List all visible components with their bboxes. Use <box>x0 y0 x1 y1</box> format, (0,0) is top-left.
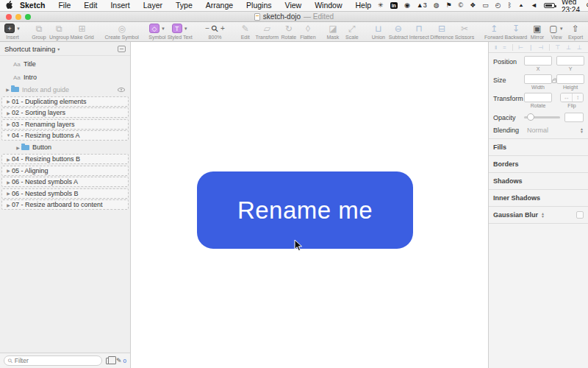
tool-create-symbol-button[interactable]: ◎Create Symbol <box>104 23 139 40</box>
distribute-horizontal-icon[interactable]: ‖ <box>495 44 497 51</box>
blending-select[interactable]: Normal <box>524 127 580 134</box>
flip-vertical-icon[interactable]: ↕ <box>572 93 583 102</box>
filter-input[interactable] <box>15 357 98 364</box>
distribute-vertical-icon[interactable]: = <box>503 44 506 51</box>
size-height-input[interactable] <box>556 74 584 84</box>
section-inner-shadows[interactable]: Inner Shadows <box>489 190 588 207</box>
tool-export-button[interactable]: ⇧Export <box>566 23 585 40</box>
tool-subtract-button[interactable]: ⊖Subtract <box>388 23 409 40</box>
tool-union-button[interactable]: ⊔Union <box>369 23 388 40</box>
apple-menu-icon[interactable] <box>6 1 13 11</box>
section-gaussian-blur[interactable]: Gaussian Blur▲▼ <box>489 207 588 224</box>
tool-view-button[interactable]: ▢▼View <box>547 23 566 40</box>
layer-row-intro[interactable]: AaIntro <box>1 71 129 84</box>
tool-mask-button[interactable]: ◪Mask <box>323 23 343 40</box>
tool-mirror-button[interactable]: ▣Mirror <box>528 23 547 40</box>
disclosure-triangle-icon[interactable]: ▶ <box>15 145 21 150</box>
linkedin-icon[interactable]: in <box>390 2 398 9</box>
layer-row-05-aligning[interactable]: ▶05 - Aligning <box>1 166 129 176</box>
align-left-icon[interactable]: ⊢ <box>518 44 523 51</box>
zoom-window-button[interactable] <box>25 14 31 20</box>
menu-help[interactable]: Help <box>349 0 379 11</box>
rotate-input[interactable] <box>524 93 552 102</box>
layer-row-03-renaming-layers[interactable]: ▶03 - Renaming layers <box>1 119 129 130</box>
align-middle-icon[interactable]: ⊥ <box>566 44 571 51</box>
close-window-button[interactable] <box>6 14 12 20</box>
tool-scale-button[interactable]: ⤢Scale <box>343 23 362 40</box>
menu-insert[interactable]: Insert <box>104 0 136 11</box>
disclosure-triangle-icon[interactable]: ▼ <box>5 133 12 138</box>
tool-transform-button[interactable]: ▱Transform <box>255 23 279 40</box>
menu-layer[interactable]: Layer <box>137 0 169 11</box>
disclosure-triangle-icon[interactable]: ▶ <box>5 157 12 162</box>
tool-group-button[interactable]: ⧉Group <box>29 23 49 40</box>
size-width-input[interactable] <box>524 74 552 84</box>
blending-stepper[interactable]: ▲▼ <box>580 127 584 133</box>
align-center-h-icon[interactable]: ∣ <box>529 44 532 51</box>
menu-sketch[interactable]: Sketch <box>13 0 51 11</box>
tool-symbol-button[interactable]: ◇▼Symbol <box>148 23 167 40</box>
menu-view[interactable]: View <box>279 0 309 11</box>
canvas-button-shape[interactable]: Rename me <box>197 171 413 249</box>
tool-intersect-button[interactable]: ⊓Intersect <box>409 23 430 40</box>
tool-insert-button[interactable]: +▼Insert <box>3 23 22 40</box>
layer-row-04-resizing-buttons-b[interactable]: ▶04 - Resizing buttons B <box>1 154 129 164</box>
align-right-icon[interactable]: ⊣ <box>538 44 543 51</box>
align-top-icon[interactable]: ⊤ <box>556 44 561 51</box>
display-icon[interactable]: ▭ <box>482 0 489 11</box>
tool-scissors-button[interactable]: ✂Scissors <box>454 23 475 40</box>
flower-icon[interactable]: ✳ <box>378 0 384 11</box>
battery-icon[interactable] <box>544 3 555 8</box>
layer-row-title[interactable]: AaTitle <box>1 57 129 71</box>
draft-count[interactable]: ✎ 0 <box>116 357 126 364</box>
volume-icon[interactable]: ◄ <box>531 0 537 11</box>
tool-difference-button[interactable]: ⊟Difference <box>430 23 454 40</box>
tool-rotate-button[interactable]: ↻Rotate <box>279 23 298 40</box>
dropbox-icon[interactable]: ❖ <box>470 0 476 11</box>
eye-visibility-icon[interactable] <box>118 88 125 92</box>
time-machine-icon[interactable]: ◴ <box>495 0 501 11</box>
align-bottom-icon[interactable]: ⊥ <box>577 44 582 51</box>
bluetooth-icon[interactable]: ᛒ <box>508 0 512 11</box>
opacity-value-input[interactable] <box>564 113 584 122</box>
copyright-icon[interactable]: © <box>459 0 464 11</box>
tool-edit-button[interactable]: ✎Edit <box>236 23 255 40</box>
wifi-icon[interactable]: ▲ <box>518 1 524 10</box>
collapse-panel-icon[interactable] <box>118 46 126 52</box>
disclosure-triangle-icon[interactable]: ▶ <box>5 110 12 116</box>
app-count-icon[interactable]: ▲3 <box>417 0 427 11</box>
tool-styled-text-button[interactable]: T▼Styled Text <box>167 23 193 40</box>
flip-segmented-control[interactable]: ↔ ↕ <box>560 93 584 102</box>
section-checkbox[interactable] <box>576 211 584 219</box>
zoom-out-icon[interactable]: − <box>205 24 209 32</box>
layer-row-01-duplicating-elements[interactable]: ▶01 - Duplicating elements <box>1 96 129 107</box>
canvas[interactable]: Rename me <box>131 42 488 368</box>
position-x-input[interactable] <box>524 56 552 66</box>
constrain-proportions-lock-icon[interactable] <box>552 79 556 83</box>
minimize-window-button[interactable] <box>15 14 21 20</box>
opacity-slider[interactable] <box>524 116 560 118</box>
layer-row-button[interactable]: ▶Button <box>1 142 129 153</box>
disclosure-triangle-icon[interactable]: ▶ <box>4 87 11 92</box>
zoom-in-icon[interactable]: + <box>220 24 225 32</box>
layer-row-07-resize-artboard-to-content[interactable]: ▶07 - Resize artboard to content <box>1 199 129 210</box>
filter-field[interactable]: ⚲ <box>4 355 102 366</box>
position-y-input[interactable] <box>556 56 584 66</box>
opacity-slider-thumb[interactable] <box>527 113 534 121</box>
layer-row-02-sorting-layers[interactable]: ▶02 - Sorting layers <box>1 107 129 118</box>
menu-type[interactable]: Type <box>169 0 199 11</box>
disclosure-triangle-icon[interactable]: ▶ <box>5 168 12 173</box>
menu-plugins[interactable]: Plugins <box>240 0 278 11</box>
spotlight-icon[interactable]: ⚲ <box>584 0 588 11</box>
disclosure-triangle-icon[interactable]: ▶ <box>5 191 12 196</box>
section-shadows[interactable]: Shadows <box>489 173 588 190</box>
disclosure-triangle-icon[interactable]: ▶ <box>5 99 12 104</box>
layer-row-04-resizing-buttons-a[interactable]: ▼04 - Resizing buttons A <box>1 130 129 141</box>
tool-forward-button[interactable]: ↥Forward <box>484 23 504 40</box>
disclosure-triangle-icon[interactable]: ▶ <box>5 180 12 185</box>
flip-horizontal-icon[interactable]: ↔ <box>561 93 572 102</box>
disclosure-triangle-icon[interactable]: ▶ <box>5 121 12 127</box>
flag-icon[interactable]: ⚑ <box>446 0 452 11</box>
tool-zoom[interactable]: −⚲+800% <box>204 23 225 40</box>
section-borders[interactable]: Borders <box>489 156 588 173</box>
